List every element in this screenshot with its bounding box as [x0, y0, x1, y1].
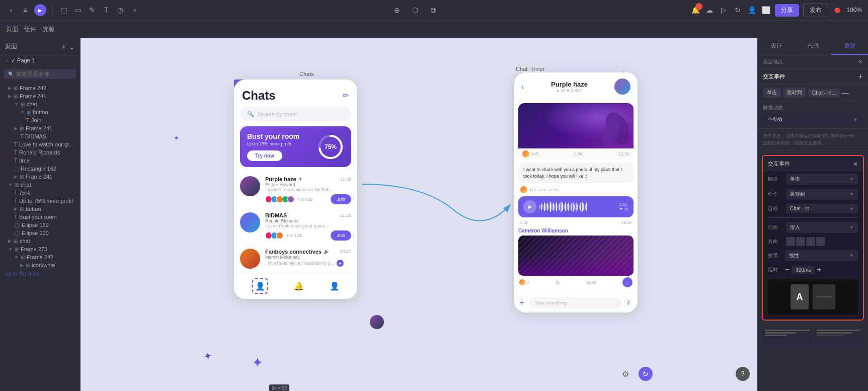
- speed-value[interactable]: 线性 ▼: [785, 250, 858, 261]
- event-tag-goto[interactable]: 跳转到: [783, 88, 806, 98]
- layer-frame-242[interactable]: ▶ ⊞ Frame 242: [0, 84, 80, 92]
- layer-time-text[interactable]: T time: [0, 157, 80, 165]
- layer-join-text[interactable]: T Join: [0, 116, 80, 124]
- circle-tool[interactable]: ○: [129, 5, 139, 15]
- layer-button-2[interactable]: ▶ ⊞ button: [0, 205, 80, 213]
- delay-plus[interactable]: +: [817, 265, 821, 274]
- layer-frame-273[interactable]: ▼ ⊞ Frame 273: [0, 245, 80, 253]
- event-tag-click[interactable]: 单击: [763, 88, 781, 98]
- layer-frame-241-top[interactable]: ▶ ⊞ Frame 241: [0, 92, 80, 100]
- interaction-close-btn[interactable]: ✕: [853, 161, 858, 168]
- layer-chat-3[interactable]: ▶ ⊞ chat: [0, 237, 80, 245]
- add-interaction-btn[interactable]: +: [858, 72, 863, 81]
- delay-minus[interactable]: −: [785, 265, 790, 274]
- event-tag-dest[interactable]: Chat - In...: [808, 89, 840, 97]
- publish-button[interactable]: 发布: [803, 4, 828, 17]
- text-tool[interactable]: T: [101, 5, 111, 15]
- search-input[interactable]: [16, 71, 72, 77]
- layer-icon-write[interactable]: ▶ ⊞ icon/write: [0, 261, 80, 269]
- event-tag-remove[interactable]: —: [842, 89, 849, 97]
- section-tool[interactable]: ▭: [73, 5, 83, 15]
- mini-screen-2[interactable]: [815, 328, 863, 347]
- settings-float-icon[interactable]: ⚙: [618, 367, 633, 381]
- layer-chat-2[interactable]: ▼ ⊞ chat: [0, 181, 80, 189]
- back-icon-inner[interactable]: ‹: [521, 82, 524, 92]
- layer-upto75-text[interactable]: T Up to 75% more profit: [0, 197, 80, 205]
- layer-frame-241-2[interactable]: ▶ ⊞ Frame 241: [0, 124, 80, 132]
- layer-ellipse-190[interactable]: ◯ Ellipse 190: [0, 229, 80, 237]
- chat-list-item-1[interactable]: Purple haze ✦ 11:36 Esther Howard I post…: [234, 172, 357, 208]
- back-icon[interactable]: ‹: [6, 5, 16, 15]
- layer-love-text[interactable]: T Love to watch our gr...: [0, 140, 80, 148]
- nav-bell-icon[interactable]: 🔔: [294, 281, 304, 291]
- mic-icon-inner[interactable]: 🎙: [625, 299, 633, 307]
- delay-value[interactable]: 300ms: [792, 266, 815, 274]
- layer-frame-241-3[interactable]: ▶ ⊞ Frame 241: [0, 173, 80, 181]
- anim-value[interactable]: 溶入 ▼: [786, 222, 858, 233]
- wave-bar: [542, 204, 543, 209]
- join-btn-2[interactable]: Join: [331, 230, 351, 241]
- monitor-icon[interactable]: ⬜: [761, 5, 771, 15]
- layer-ronald-text[interactable]: T Ronald Richards: [0, 148, 80, 157]
- trigger-motion-value[interactable]: 不动效 ▼: [763, 113, 863, 125]
- cloud-icon[interactable]: ☁: [704, 5, 715, 15]
- target-icon[interactable]: ⊕: [392, 5, 402, 15]
- layer-frame-242-2[interactable]: ▼ ⊞ Frame 242: [0, 253, 80, 261]
- share-button[interactable]: 分享: [775, 4, 799, 17]
- layer-rect-162[interactable]: ⬚ Rectangle 162: [0, 165, 80, 173]
- tab-prototype[interactable]: 原型: [831, 38, 868, 55]
- dir-up[interactable]: ↑: [806, 237, 815, 246]
- add-page-btn[interactable]: +: [62, 43, 66, 51]
- dir-left[interactable]: ←: [786, 237, 795, 246]
- mini-screen-1[interactable]: [763, 328, 812, 347]
- toolbar-components[interactable]: 组件: [24, 25, 36, 34]
- layer-button[interactable]: ▼ ⊞ button: [0, 108, 80, 116]
- toolbar-pages[interactable]: 页面: [6, 25, 18, 34]
- play-btn[interactable]: ▶: [523, 200, 536, 213]
- page-item[interactable]: ✓ ✓ Page 1: [0, 55, 80, 66]
- anchor-close[interactable]: ✕: [858, 58, 863, 65]
- anchor-section: 选定锚点 ✕: [758, 55, 868, 69]
- add-btn-inner[interactable]: +: [519, 298, 525, 308]
- page-menu-btn[interactable]: ⌄: [69, 43, 75, 51]
- load-more-layers[interactable]: Up to 751 more: [0, 269, 80, 279]
- toolbar-resources[interactable]: 资源: [42, 25, 54, 34]
- chat-edit-icon[interactable]: ✏: [343, 91, 349, 100]
- play-button[interactable]: ▶: [34, 4, 46, 16]
- chat-search-bar[interactable]: 🔍 Search by chats: [240, 107, 351, 121]
- search-icon: 🔍: [8, 71, 14, 77]
- tab-design[interactable]: 设计: [758, 38, 795, 55]
- audio-player[interactable]: ▶: [518, 196, 634, 217]
- target-value[interactable]: Chat - In... ▼: [786, 204, 858, 213]
- nav-home-selected[interactable]: 👤: [252, 278, 268, 294]
- nav-profile-icon[interactable]: 👤: [330, 281, 340, 291]
- layer-bidmas-text[interactable]: T BIDMAS: [0, 132, 80, 140]
- pen-tool[interactable]: ✎: [87, 5, 97, 15]
- help-float-btn[interactable]: ?: [736, 367, 750, 381]
- second-toolbar: 页面 组件 资源: [0, 20, 868, 38]
- trigger-value[interactable]: 单击 ▼: [786, 174, 858, 185]
- chat-list-item-3[interactable]: Fanboys connectives 🔊 40:47 Marvin McKin…: [234, 245, 357, 273]
- join-btn-1[interactable]: Join: [331, 194, 351, 204]
- refresh-float-btn[interactable]: ↻: [639, 367, 653, 381]
- dir-down[interactable]: ↓: [816, 237, 825, 246]
- shape-tool[interactable]: ◷: [115, 5, 125, 15]
- inner-input[interactable]: Type something...: [529, 297, 621, 308]
- layer-ellipse-189[interactable]: ◯ Ellipse 189: [0, 221, 80, 229]
- person-icon[interactable]: 👤: [747, 5, 757, 15]
- action-value[interactable]: 跳转到 ▼: [786, 189, 858, 200]
- layer-75-text[interactable]: T 75%: [0, 189, 80, 197]
- frame-tool[interactable]: ⬚: [59, 5, 69, 15]
- layer-chat-1[interactable]: ▼ ⊞ chat: [0, 100, 80, 108]
- dir-right[interactable]: →: [796, 237, 805, 246]
- refresh-icon[interactable]: ↻: [733, 5, 743, 15]
- menu-icon[interactable]: ≡: [20, 5, 30, 15]
- notification-bell[interactable]: 🔔: [690, 5, 700, 15]
- link-icon[interactable]: ⬡: [410, 5, 420, 15]
- play-preview[interactable]: ▷: [719, 5, 729, 15]
- tab-code[interactable]: 代码: [795, 38, 831, 55]
- layer-bust-text[interactable]: T Bust your room: [0, 213, 80, 221]
- chat-list-item-2[interactable]: BIDMAS 11:25 Ronald Richards Love to wat…: [234, 208, 357, 245]
- copy-icon[interactable]: ⧉: [428, 5, 438, 15]
- promo-try-btn[interactable]: Try now: [247, 150, 282, 161]
